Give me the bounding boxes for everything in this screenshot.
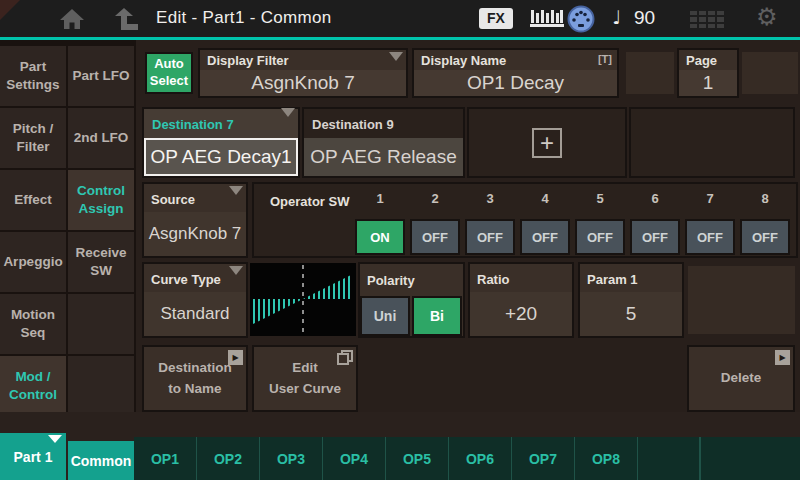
tab-op3[interactable]: OP3 — [260, 437, 323, 480]
tab-op6[interactable]: OP6 — [449, 437, 512, 480]
chevron-down-icon — [229, 186, 243, 195]
sidebar-empty-cell — [68, 294, 134, 354]
operator-sw-4-toggle[interactable]: OFF — [520, 219, 570, 255]
operator-sw-5-toggle[interactable]: OFF — [575, 219, 625, 255]
param1-panel[interactable]: Param 1 5 — [578, 262, 684, 338]
op-number: 1 — [355, 191, 405, 206]
curve-center-dashline — [302, 265, 304, 334]
source-value[interactable]: AsgnKnob 7 — [144, 212, 246, 256]
tab-op8[interactable]: OP8 — [575, 437, 638, 480]
op-number: 8 — [740, 191, 790, 206]
curve-type-value[interactable]: Standard — [144, 292, 246, 336]
polarity-label: Polarity — [360, 264, 463, 294]
page-value[interactable]: 1 — [679, 70, 737, 96]
popup-window-icon — [337, 350, 353, 365]
curve-comb-right — [303, 274, 353, 299]
destination-7-tab[interactable]: Destination 7 OP AEG Decay1 — [142, 107, 300, 178]
page-panel[interactable]: Page 1 — [677, 48, 739, 98]
plus-icon[interactable]: + — [532, 128, 562, 158]
midi-connector-icon[interactable] — [567, 5, 595, 37]
ratio-panel[interactable]: Ratio +20 — [468, 262, 574, 338]
op-number: 3 — [465, 191, 515, 206]
op-tab-empty — [701, 437, 800, 480]
delete-button[interactable]: ▶ Delete — [687, 345, 795, 412]
op-number: 2 — [410, 191, 460, 206]
op-tab-bar: OP1 OP2 OP3 OP4 OP5 OP6 OP7 OP8 — [134, 437, 800, 480]
empty-slot — [626, 52, 674, 94]
corner-fold-decoration — [0, 0, 20, 20]
tab-op1[interactable]: OP1 — [134, 437, 197, 480]
sidebar-item-effect[interactable]: Effect — [0, 170, 66, 230]
source-panel[interactable]: Source AsgnKnob 7 — [142, 182, 248, 258]
operator-sw-3-toggle[interactable]: OFF — [465, 219, 515, 255]
keyboard-icon[interactable] — [529, 8, 565, 33]
edit-user-curve-button[interactable]: Edit User Curve — [252, 345, 358, 412]
operator-sw-8-toggle[interactable]: OFF — [740, 219, 790, 255]
operator-sw-2-toggle[interactable]: OFF — [410, 219, 460, 255]
chevron-down-icon — [48, 435, 62, 443]
tab-op2[interactable]: OP2 — [197, 437, 260, 480]
home-icon[interactable] — [58, 8, 86, 34]
sidebar-item-arpeggio[interactable]: Arpeggio — [0, 232, 66, 292]
op-number: 6 — [630, 191, 680, 206]
fx-indicator[interactable]: FX — [479, 8, 513, 29]
destination-7-value[interactable]: OP AEG Decay1 — [144, 138, 298, 176]
chevron-down-icon — [389, 52, 403, 61]
op-number: 7 — [685, 191, 735, 206]
sidebar-item-part-lfo[interactable]: Part LFO — [68, 46, 134, 106]
sidebar-item-mod-control[interactable]: Mod / Control — [0, 356, 66, 416]
chevron-down-icon — [229, 266, 243, 275]
utility-gear-icon[interactable]: ⚙ — [756, 3, 778, 31]
polarity-uni-button[interactable]: Uni — [360, 296, 410, 336]
empty-slot — [688, 266, 795, 334]
text-entry-icon: [T] — [598, 53, 612, 65]
curve-comb-left — [253, 299, 303, 324]
sidebar-item-2nd-lfo[interactable]: 2nd LFO — [68, 108, 134, 168]
tab-op4[interactable]: OP4 — [323, 437, 386, 480]
display-filter-label: Display Filter — [200, 50, 406, 72]
display-name-label: Display Name — [414, 50, 617, 72]
operator-sw-7-toggle[interactable]: OFF — [685, 219, 735, 255]
display-name-value[interactable]: OP1 Decay — [414, 70, 617, 96]
tab-op7[interactable]: OP7 — [512, 437, 575, 480]
quick-setup-grid-icon[interactable] — [690, 11, 724, 28]
op-tab-empty — [638, 437, 701, 480]
polarity-bi-button[interactable]: Bi — [412, 296, 462, 336]
add-destination-panel[interactable]: + — [467, 107, 627, 178]
auto-select-button[interactable]: AutoSelect — [145, 52, 193, 94]
tab-op5[interactable]: OP5 — [386, 437, 449, 480]
operator-sw-6-toggle[interactable]: OFF — [630, 219, 680, 255]
jump-arrow-icon: ▶ — [775, 350, 790, 365]
display-filter-panel[interactable]: Display Filter AsgnKnob 7 — [198, 48, 408, 98]
sidebar-empty-cell — [68, 356, 134, 416]
op-number: 4 — [520, 191, 570, 206]
destination-9-value[interactable]: OP AEG Release — [304, 138, 463, 176]
tempo-note-icon: ♩ — [612, 6, 621, 28]
destination-to-name-button[interactable]: ▶ Destination to Name — [142, 345, 248, 412]
destination-9-label: Destination 9 — [304, 109, 463, 141]
param1-value[interactable]: 5 — [580, 292, 682, 336]
sidebar-item-control-assign[interactable]: Control Assign — [68, 170, 134, 230]
destination-7-label: Destination 7 — [144, 109, 298, 141]
display-name-panel[interactable]: Display Name [T] OP1 Decay — [412, 48, 619, 98]
ratio-value[interactable]: +20 — [470, 292, 572, 336]
part-select-button[interactable]: Part 1 — [0, 433, 66, 480]
sidebar-item-motion-seq[interactable]: Motion Seq — [0, 294, 66, 354]
tab-common[interactable]: Common — [68, 441, 134, 480]
operator-sw-1-toggle[interactable]: ON — [355, 219, 405, 255]
tempo-value[interactable]: 90 — [634, 7, 655, 29]
sidebar-item-pitch-filter[interactable]: Pitch / Filter — [0, 108, 66, 168]
sidebar-item-part-settings[interactable]: Part Settings — [0, 46, 66, 106]
curve-type-panel[interactable]: Curve Type Standard — [142, 262, 248, 338]
curve-display[interactable] — [250, 263, 356, 336]
sidebar-item-receive-sw[interactable]: Receive SW — [68, 232, 134, 292]
destination-9-tab[interactable]: Destination 9 OP AEG Release — [302, 107, 465, 178]
ratio-label: Ratio — [470, 264, 572, 292]
operator-sw-label: Operator SW — [270, 194, 349, 209]
param1-label: Param 1 — [580, 264, 682, 292]
page-label: Page — [679, 50, 737, 72]
jump-arrow-icon: ▶ — [228, 350, 243, 365]
screen-title: Edit - Part1 - Common — [156, 8, 331, 28]
display-filter-value[interactable]: AsgnKnob 7 — [200, 70, 406, 96]
exit-up-icon[interactable] — [112, 8, 140, 34]
